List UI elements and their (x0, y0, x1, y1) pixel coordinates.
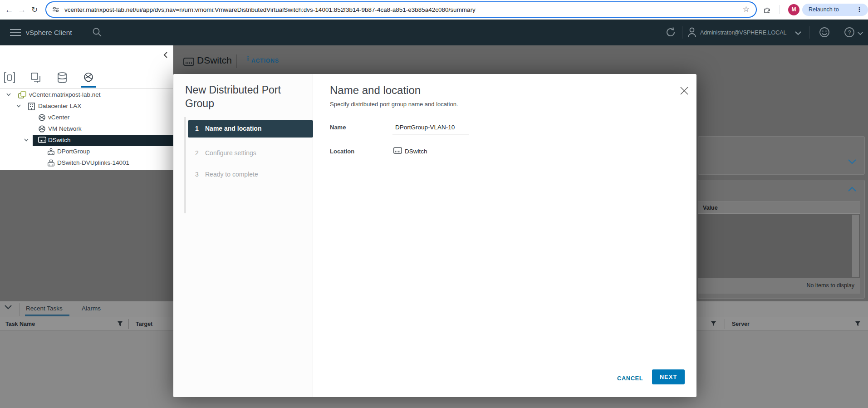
tree-item-label: Datacenter LAX (38, 103, 81, 109)
step-heading: Name and location (330, 84, 421, 97)
tree-item-vcenter-server[interactable]: vCenter.matrixpost-lab.net (0, 89, 173, 101)
chevron-down-icon[interactable] (795, 31, 801, 35)
page-title: DSwitch (197, 55, 232, 66)
profile-avatar[interactable]: M (788, 4, 799, 15)
tree-item-network-vm-network[interactable]: VM Network (0, 123, 173, 135)
networking-icon[interactable] (83, 72, 94, 84)
step-label: Configure settings (205, 149, 256, 157)
chevron-down-icon[interactable] (848, 159, 856, 164)
collapse-panel-icon[interactable] (5, 305, 12, 310)
tree-item-dportgroup[interactable]: DPortGroup (0, 146, 173, 157)
tree-item-uplinks[interactable]: DSwitch-DVUplinks-14001 (0, 157, 173, 169)
collapsed-panel (698, 136, 865, 175)
custom-attributes-panel: Value No items to display (698, 180, 865, 299)
uplink-portgroup-icon (47, 159, 55, 167)
toolbar-divider (780, 5, 780, 14)
url-text[interactable]: vcenter.matrixpost-lab.net/ui/app/dvs;na… (64, 6, 756, 13)
portgroup-icon (47, 148, 55, 156)
tab-alarms[interactable]: Alarms (82, 305, 101, 312)
empty-message: No items to display (806, 282, 854, 289)
object-header: DSwitch ⋮ ACTIONS (173, 45, 868, 74)
step-track (184, 117, 186, 213)
actions-button[interactable]: ACTIONS (251, 58, 279, 64)
table-header: Value (698, 202, 860, 214)
back-icon[interactable]: ← (3, 0, 15, 20)
cancel-button[interactable]: CANCEL (610, 373, 650, 383)
filter-icon[interactable] (117, 321, 123, 327)
step-label: Name and location (205, 125, 261, 132)
dvswitch-icon (183, 58, 194, 66)
masthead-divider (682, 26, 682, 39)
filter-icon[interactable] (711, 321, 716, 327)
reload-icon[interactable]: ↻ (28, 0, 41, 20)
datacenter-icon (28, 103, 35, 110)
extensions-icon[interactable] (763, 5, 772, 14)
port-group-name-input[interactable] (392, 121, 469, 134)
vms-and-templates-icon[interactable] (30, 72, 42, 84)
svg-text:?: ? (848, 29, 851, 36)
bookmark-star-icon[interactable]: ☆ (743, 2, 750, 17)
tree-item-label: VM Network (48, 125, 82, 132)
column-task-name: Task Name (5, 321, 35, 327)
panel-border (698, 86, 865, 86)
step-ready-to-complete[interactable]: 3 Ready to complete (188, 169, 313, 181)
active-tab-underline (25, 315, 69, 316)
tree-item-datacenter[interactable]: Datacenter LAX (0, 101, 173, 112)
tree-item-dswitch-selected[interactable]: DSwitch (0, 135, 173, 146)
wizard-step-nav: New Distributed Port Group 1 Name and lo… (173, 74, 313, 397)
hosts-and-clusters-icon[interactable] (4, 72, 15, 84)
help-icon[interactable]: ? (844, 27, 855, 38)
tab-recent-tasks[interactable]: Recent Tasks (26, 305, 63, 312)
tree-item-network-vcenter[interactable]: vCenter (0, 112, 173, 123)
tree-item-label: DPortGroup (57, 148, 90, 155)
dvswitch-icon (393, 147, 402, 154)
column-server: Server (732, 321, 750, 327)
header-divider (236, 54, 237, 68)
chevron-up-icon[interactable] (848, 187, 856, 192)
masthead-divider (809, 26, 809, 39)
dvswitch-icon (38, 137, 46, 143)
step-number: 2 (195, 149, 199, 157)
hamburger-menu-icon[interactable] (10, 29, 21, 36)
chevron-down-icon[interactable] (858, 32, 863, 35)
collapse-sidebar-icon[interactable] (163, 52, 168, 58)
next-button[interactable]: NEXT (652, 369, 685, 384)
forward-icon[interactable]: → (15, 0, 28, 20)
refresh-icon[interactable] (665, 26, 677, 38)
user-icon (687, 27, 696, 38)
modal-backdrop (0, 170, 173, 301)
name-label: Name (330, 124, 346, 131)
filter-icon[interactable] (855, 321, 861, 327)
step-number: 3 (195, 171, 199, 178)
address-bar[interactable]: vcenter.matrixpost-lab.net/ui/app/dvs;na… (45, 1, 757, 18)
column-value: Value (703, 205, 718, 211)
column-target: Target (136, 321, 152, 327)
new-distributed-port-group-dialog: New Distributed Port Group 1 Name and lo… (173, 74, 696, 397)
network-icon (38, 125, 46, 133)
location-value: DSwitch (405, 148, 427, 155)
close-icon[interactable] (680, 86, 689, 95)
step-number: 1 (195, 125, 199, 132)
browser-toolbar: ← → ↻ vcenter.matrixpost-lab.net/ui/app/… (0, 0, 868, 20)
location-label: Location (330, 148, 354, 155)
column-divider (725, 319, 725, 329)
step-subheading: Specify distributed port group name and … (330, 101, 458, 108)
user-menu[interactable]: Administrator@VSPHERE.LOCAL (700, 29, 787, 36)
browser-menu-icon[interactable]: ⋮ (856, 4, 863, 16)
storage-icon[interactable] (56, 72, 68, 84)
column-divider (128, 319, 129, 329)
masthead: vSphere Client Administrator@VSPHERE.LOC… (0, 20, 868, 45)
site-settings-icon[interactable] (52, 5, 60, 14)
scrollbar[interactable] (852, 215, 859, 277)
step-label: Ready to complete (205, 171, 258, 178)
search-icon[interactable] (92, 27, 102, 37)
step-name-and-location[interactable]: 1 Name and location (188, 120, 313, 138)
tree-item-label: DSwitch-DVUplinks-14001 (57, 159, 129, 166)
navigator-tabs (0, 71, 173, 89)
app-title: vSphere Client (26, 29, 72, 37)
step-configure-settings[interactable]: 2 Configure settings (188, 147, 313, 159)
table-footer: No items to display (698, 278, 860, 294)
tree-item-label: vCenter.matrixpost-lab.net (29, 91, 101, 98)
feedback-smiley-icon[interactable] (819, 27, 830, 38)
network-icon (38, 114, 46, 122)
